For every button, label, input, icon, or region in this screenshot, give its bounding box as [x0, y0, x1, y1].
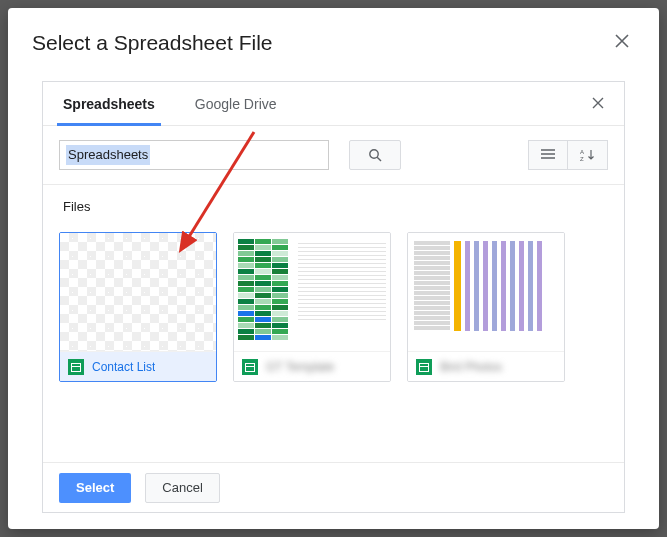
svg-text:A: A — [580, 149, 584, 155]
view-tools: A Z — [528, 140, 608, 170]
file-card-3[interactable]: Bird Photos — [407, 232, 565, 382]
tab-spreadsheets[interactable]: Spreadsheets — [43, 82, 175, 125]
sheets-icon — [416, 359, 432, 375]
file-name: GT Template — [266, 360, 334, 374]
button-label: Select — [76, 480, 114, 495]
list-icon — [541, 149, 555, 161]
file-name: Contact List — [92, 360, 155, 374]
file-thumbnail — [408, 233, 564, 351]
list-view-button[interactable] — [528, 140, 568, 170]
svg-text:Z: Z — [580, 156, 584, 162]
button-row: Select Cancel — [43, 462, 624, 512]
tabs: Spreadsheets Google Drive — [43, 82, 297, 125]
file-card-2[interactable]: GT Template — [233, 232, 391, 382]
dialog-title: Select a Spreadsheet File — [32, 31, 272, 55]
tab-label: Spreadsheets — [63, 96, 155, 112]
search-row: Spreadsheets A Z — [43, 126, 624, 185]
search-icon — [368, 148, 382, 162]
tab-label: Google Drive — [195, 96, 277, 112]
dialog-close-button[interactable] — [609, 28, 635, 57]
tabs-row: Spreadsheets Google Drive — [43, 82, 624, 126]
file-footer: Contact List — [60, 351, 216, 381]
tab-google-drive[interactable]: Google Drive — [175, 82, 297, 125]
file-thumbnail — [60, 233, 216, 351]
close-icon — [615, 34, 629, 48]
dialog-window: Select a Spreadsheet File Spreadsheets G… — [8, 8, 659, 529]
search-input-wrapper[interactable]: Spreadsheets — [59, 140, 329, 170]
sort-az-icon: A Z — [580, 148, 596, 162]
sheets-icon — [242, 359, 258, 375]
close-icon — [592, 97, 604, 109]
button-label: Cancel — [162, 480, 202, 495]
file-thumbnail — [234, 233, 390, 351]
file-card-contact-list[interactable]: Contact List — [59, 232, 217, 382]
files-grid: Contact List — [59, 232, 624, 392]
file-footer: GT Template — [234, 351, 390, 381]
sheets-icon — [68, 359, 84, 375]
cancel-button[interactable]: Cancel — [145, 473, 219, 503]
sort-button[interactable]: A Z — [568, 140, 608, 170]
search-button[interactable] — [349, 140, 401, 170]
file-name: Bird Photos — [440, 360, 502, 374]
section-title-files: Files — [63, 199, 624, 214]
picker-close-button[interactable] — [588, 91, 608, 117]
select-button[interactable]: Select — [59, 473, 131, 503]
svg-point-0 — [370, 150, 378, 158]
file-picker-panel: Spreadsheets Google Drive Spreadsheets — [42, 81, 625, 513]
file-footer: Bird Photos — [408, 351, 564, 381]
dialog-header: Select a Spreadsheet File — [8, 8, 659, 71]
